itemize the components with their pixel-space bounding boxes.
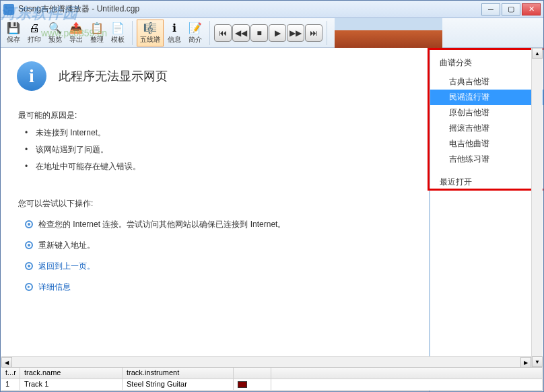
cell-rest: [271, 379, 543, 391]
window-title: Susng吉他谱播放器 - Untitled.cgp: [18, 3, 481, 15]
causes-label: 最可能的原因是:: [18, 110, 413, 121]
scroll-right-button[interactable]: ▶: [520, 357, 531, 368]
cause-item: 未连接到 Internet。: [25, 127, 413, 139]
maximize-button[interactable]: ▢: [502, 3, 520, 15]
cell-num: 1: [1, 379, 20, 391]
col-header-num[interactable]: t...r: [1, 368, 20, 379]
window-controls: ─ ▢ ✕: [481, 3, 541, 15]
app-window: 河东软件园 www.pc0359.cn Susng吉他谱播放器 - Untitl…: [0, 0, 544, 392]
scroll-up-button[interactable]: ▲: [532, 48, 543, 59]
close-button[interactable]: ✕: [522, 3, 541, 15]
track-table: t...r track.name track.instrument 1 Trac…: [1, 367, 543, 391]
title-bar: Susng吉他谱播放器 - Untitled.cgp ─ ▢ ✕: [1, 1, 543, 18]
action-details: 详细信息: [25, 282, 413, 293]
action-check: 检查您的 Internet 连接。尝试访问其他网站以确保已连接到 Interne…: [25, 219, 413, 230]
info-button[interactable]: ℹ信息: [164, 20, 184, 46]
info-circle-icon: i: [17, 61, 46, 91]
action-retype: 重新键入地址。: [25, 240, 413, 251]
brief-button[interactable]: 📝简介: [185, 20, 205, 46]
sidebar: 曲谱分类 古典吉他谱 民谣流行谱 原创吉他谱 摇滚吉他谱 电吉他曲谱 吉他练习谱…: [429, 48, 543, 391]
table-header-row: t...r track.name track.instrument: [1, 368, 543, 379]
col-header-rest[interactable]: [271, 368, 543, 379]
cause-item: 该网站遇到了问题。: [25, 143, 413, 156]
prev-button[interactable]: ◀◀: [232, 24, 250, 42]
media-controls: ⏮ ◀◀ ■ ▶ ▶▶ ⏭: [214, 24, 322, 42]
watermark-logo: 河东软件园: [1, 3, 78, 24]
action-list: 检查您的 Internet 连接。尝试访问其他网站以确保已连接到 Interne…: [17, 219, 413, 293]
vertical-scrollbar[interactable]: ▲ ▼: [531, 48, 543, 367]
category-item-practice[interactable]: 吉他练习谱: [430, 152, 543, 167]
info-icon: ℹ: [168, 22, 181, 35]
col-header-name[interactable]: track.name: [20, 368, 123, 379]
cell-name: Track 1: [20, 379, 123, 391]
staff-icon: 🎼: [143, 22, 157, 35]
banner-image: [335, 18, 442, 48]
col-header-color[interactable]: [234, 368, 271, 379]
table-row[interactable]: 1 Track 1 Steel String Guitar: [1, 379, 543, 391]
action-back: 返回到上一页。: [25, 261, 413, 272]
bullet-icon: [25, 220, 33, 228]
category-header: 曲谱分类: [430, 55, 543, 71]
col-header-instrument[interactable]: track.instrument: [123, 368, 234, 379]
bullet-icon: [25, 262, 33, 270]
first-button[interactable]: ⏮: [214, 24, 232, 42]
error-title: 此程序无法显示网页: [59, 68, 168, 84]
color-swatch[interactable]: [238, 381, 247, 388]
template-icon: 📄: [111, 22, 125, 35]
last-button[interactable]: ⏭: [305, 24, 322, 42]
scroll-down-button[interactable]: ▼: [532, 356, 543, 367]
brief-icon: 📝: [189, 22, 202, 35]
cell-color: [234, 379, 271, 391]
category-item-electric[interactable]: 电吉他曲谱: [430, 136, 543, 152]
expand-icon[interactable]: [25, 283, 33, 291]
causes-list: 未连接到 Internet。 该网站遇到了问题。 在地址中可能存在键入错误。: [17, 127, 413, 174]
content-area: i 此程序无法显示网页 最可能的原因是: 未连接到 Internet。 该网站遇…: [1, 48, 543, 391]
watermark-url: www.pc0359.cn: [41, 28, 107, 38]
staff-button[interactable]: 🎼五线谱: [137, 20, 164, 46]
horizontal-scrollbar[interactable]: ◀ ▶: [1, 356, 531, 367]
template-button[interactable]: 📄模板: [108, 20, 128, 46]
main-pane: i 此程序无法显示网页 最可能的原因是: 未连接到 Internet。 该网站遇…: [1, 48, 429, 391]
bullet-icon: [25, 241, 33, 249]
scroll-left-button[interactable]: ◀: [1, 357, 12, 368]
category-list: 古典吉他谱 民谣流行谱 原创吉他谱 摇滚吉他谱 电吉他曲谱 吉他练习谱: [430, 74, 543, 167]
category-item-rock[interactable]: 摇滚吉他谱: [430, 121, 543, 136]
recent-header: 最近打开: [430, 174, 543, 191]
category-item-original[interactable]: 原创吉他谱: [430, 105, 543, 121]
minimize-button[interactable]: ─: [481, 3, 500, 15]
stop-button[interactable]: ■: [250, 24, 268, 42]
category-item-folk[interactable]: 民谣流行谱: [430, 90, 543, 105]
cause-item: 在地址中可能存在键入错误。: [25, 160, 413, 173]
try-label: 您可以尝试以下操作:: [18, 198, 413, 209]
play-button[interactable]: ▶: [269, 24, 286, 42]
next-button[interactable]: ▶▶: [287, 24, 304, 42]
category-item-classical[interactable]: 古典吉他谱: [430, 74, 543, 90]
cell-instrument: Steel String Guitar: [123, 379, 234, 391]
